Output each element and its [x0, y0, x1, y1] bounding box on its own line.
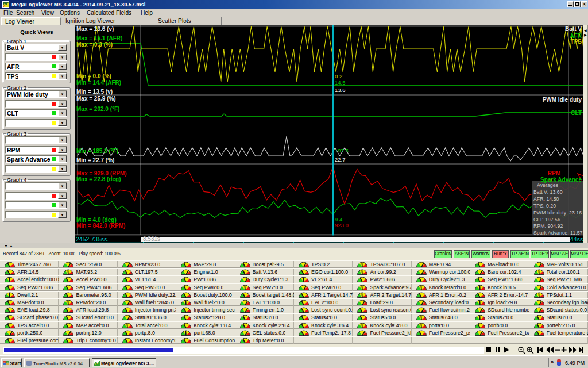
svg-text:Max = 15.1 (AFR): Max = 15.1 (AFR) — [76, 35, 122, 41]
svg-text:8.531s: 8.531s — [143, 236, 160, 242]
svg-text:Min = 13.5 (v): Min = 13.5 (v) — [76, 89, 113, 95]
svg-text:2452.735ss.: 2452.735ss. — [76, 236, 109, 243]
svg-text:Spark Advance: Spark Advance — [540, 177, 582, 183]
svg-text:Min = 14.4 (AFR): Min = 14.4 (AFR) — [76, 79, 121, 86]
svg-text:Max = 22.8 (deg): Max = 22.8 (deg) — [76, 176, 121, 182]
svg-text:Min = 185.3 (°F): Min = 185.3 (°F) — [76, 148, 118, 154]
svg-text:13.6: 13.6 — [335, 87, 346, 93]
svg-text:923.0: 923.0 — [335, 222, 349, 228]
svg-text:TPS: 0.20: TPS: 0.20 — [533, 203, 556, 209]
svg-text:22.7: 22.7 — [335, 156, 346, 163]
svg-text:Min = 22.7 (%): Min = 22.7 (%) — [76, 157, 114, 163]
svg-text:197.5: 197.5 — [335, 147, 349, 154]
svg-text:44ss.: 44ss. — [570, 236, 583, 243]
svg-text:CLT: 197.56: CLT: 197.56 — [533, 217, 560, 223]
svg-text:Averages: Averages — [537, 182, 559, 188]
svg-text:0.2: 0.2 — [335, 73, 342, 79]
svg-text:Max = 0.3 (%): Max = 0.3 (%) — [76, 41, 113, 48]
svg-text:PWM Idle duty: 23.16: PWM Idle duty: 23.16 — [533, 210, 582, 216]
svg-text:Batt V: Batt V — [565, 26, 582, 32]
svg-text:Min = 0.0 (%): Min = 0.0 (%) — [76, 73, 111, 79]
svg-text:TPS: TPS — [571, 39, 582, 45]
svg-text:CLT: CLT — [571, 110, 582, 116]
svg-text:RPM: 904.92: RPM: 904.92 — [533, 223, 563, 229]
svg-text:RPM: RPM — [548, 170, 560, 177]
svg-text:Batt V: 13.60: Batt V: 13.60 — [533, 189, 563, 195]
svg-text:Max = 202.0 (°F): Max = 202.0 (°F) — [76, 106, 119, 112]
svg-text:Spark Advance: 11.57: Spark Advance: 11.57 — [533, 230, 583, 236]
svg-text:14.5: 14.5 — [335, 79, 346, 86]
svg-text:PWM Idle duty: PWM Idle duty — [543, 97, 582, 103]
svg-text:Max = 25.9 (%): Max = 25.9 (%) — [76, 95, 116, 102]
svg-text:Min = 842.0 (RPM): Min = 842.0 (RPM) — [76, 223, 125, 229]
svg-text:Max = 13.6 (v): Max = 13.6 (v) — [76, 26, 114, 32]
svg-text:AFR: 14.50: AFR: 14.50 — [533, 196, 559, 202]
